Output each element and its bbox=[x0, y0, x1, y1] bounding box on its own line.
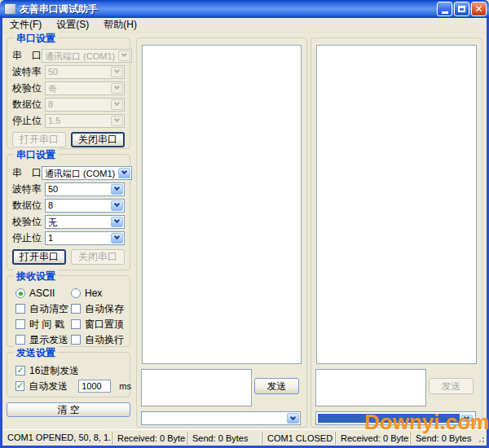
port1-stopbits-label: 停止位 bbox=[12, 114, 45, 128]
window-title: 友善串口调试助手 bbox=[20, 2, 437, 16]
port2-databits-label: 数据位 bbox=[12, 199, 45, 213]
checkbox-icon: ✓ bbox=[71, 335, 81, 345]
checkbox-icon: ✓ bbox=[71, 304, 81, 314]
port2-parity-value: 无 bbox=[46, 216, 110, 228]
maximize-icon bbox=[458, 6, 465, 12]
ascii-radio-label: ASCII bbox=[29, 288, 55, 299]
port1-settings-group: 串口设置 串 口 通讯端口 (COM1) 波特率 50 bbox=[7, 37, 130, 149]
port2-baud-label: 波特率 bbox=[12, 182, 45, 196]
panel1-history-select[interactable] bbox=[141, 411, 301, 425]
chevron-down-icon[interactable] bbox=[111, 233, 123, 244]
port2-databits-select[interactable]: 8 bbox=[45, 199, 125, 213]
receive-group-title: 接收设置 bbox=[14, 270, 58, 283]
menubar: 文件(F) 设置(S) 帮助(H) bbox=[2, 18, 487, 33]
main-content: 串口设置 串 口 通讯端口 (COM1) 波特率 50 bbox=[2, 33, 487, 429]
port2-baud-select[interactable]: 50 bbox=[45, 182, 125, 196]
close-icon: ✕ bbox=[474, 4, 482, 14]
panel2-history-select[interactable] bbox=[315, 411, 476, 425]
panel2-send-button[interactable]: 发送 bbox=[429, 378, 474, 394]
menu-settings[interactable]: 设置(S) bbox=[49, 17, 96, 33]
port2-com-select[interactable]: 通讯端口 (COM1) bbox=[42, 166, 132, 180]
status-port2-received: Received: 0 Bytes bbox=[335, 432, 410, 445]
port2-databits-row: 数据位 8 bbox=[12, 199, 125, 212]
port2-open-button[interactable]: 打开串口 bbox=[12, 249, 66, 265]
auto-newline-label: 自动换行 bbox=[85, 333, 124, 347]
hex-send-checkbox[interactable]: ✓ 16进制发送 bbox=[15, 365, 126, 376]
port1-stopbits-select[interactable]: 1.5 bbox=[45, 114, 125, 128]
port1-group-title: 串口设置 bbox=[14, 32, 58, 46]
port1-stopbits-value: 1.5 bbox=[46, 115, 110, 127]
always-on-top-checkbox[interactable]: ✓ 窗口置顶 bbox=[71, 318, 126, 330]
auto-send-label: 自动发送 bbox=[29, 380, 68, 393]
port2-stopbits-select[interactable]: 1 bbox=[45, 231, 125, 245]
send-settings-group: 发送设置 ✓ 16进制发送 ✓ 自动发送 ms bbox=[7, 352, 130, 397]
auto-send-checkbox[interactable]: ✓ bbox=[15, 381, 24, 391]
menu-help[interactable]: 帮助(H) bbox=[96, 17, 144, 33]
status-port2-send: Send: 0 Bytes bbox=[410, 432, 474, 445]
timestamp-checkbox[interactable]: ✓ 时 间 戳 bbox=[15, 318, 71, 330]
port2-close-button[interactable]: 关闭串口 bbox=[71, 249, 125, 265]
panel2-receive-area[interactable] bbox=[316, 45, 477, 364]
minimize-icon bbox=[442, 11, 448, 14]
chevron-down-icon[interactable] bbox=[118, 168, 130, 178]
app-window: 友善串口调试助手 ✕ 文件(F) 设置(S) 帮助(H) 串口设置 串 口 通讯… bbox=[0, 0, 489, 448]
status-port1-send: Send: 0 Bytes bbox=[187, 432, 262, 445]
statusbar: COM1 OPENED, 50, 8, 1.5, 奇 Received: 0 B… bbox=[2, 429, 487, 446]
maximize-button[interactable] bbox=[454, 2, 469, 16]
chevron-down-icon[interactable] bbox=[111, 217, 123, 227]
hex-radio[interactable]: Hex bbox=[71, 288, 126, 299]
chevron-down-icon[interactable] bbox=[460, 415, 473, 422]
chevron-down-icon[interactable] bbox=[111, 67, 123, 77]
panel1-receive-area[interactable] bbox=[142, 45, 302, 364]
ascii-radio[interactable]: ASCII bbox=[15, 288, 71, 299]
auto-save-label: 自动保存 bbox=[85, 302, 124, 316]
port2-com-label: 串 口 bbox=[12, 166, 42, 180]
port2-parity-select[interactable]: 无 bbox=[45, 215, 125, 229]
port1-databits-select[interactable]: 8 bbox=[45, 98, 125, 112]
chevron-down-icon[interactable] bbox=[111, 184, 123, 195]
port1-parity-label: 校验位 bbox=[12, 81, 45, 95]
auto-clear-checkbox[interactable]: ✓ 自动清空 bbox=[15, 303, 71, 314]
port1-com-select[interactable]: 通讯端口 (COM1) bbox=[42, 49, 132, 63]
clear-button[interactable]: 清 空 bbox=[7, 402, 130, 417]
chevron-down-icon[interactable] bbox=[111, 83, 123, 94]
auto-newline-checkbox[interactable]: ✓ 自动换行 bbox=[71, 334, 126, 345]
chevron-down-icon[interactable] bbox=[118, 51, 130, 61]
port1-close-button[interactable]: 关闭串口 bbox=[71, 132, 125, 147]
port2-databits-value: 8 bbox=[46, 200, 110, 212]
resize-grip-icon[interactable] bbox=[475, 433, 485, 443]
auto-save-checkbox[interactable]: ✓ 自动保存 bbox=[71, 303, 126, 314]
status-port1: COM1 OPENED, 50, 8, 1.5, 奇 bbox=[2, 432, 112, 445]
minimize-button[interactable] bbox=[437, 2, 452, 16]
radio-icon bbox=[15, 288, 25, 298]
chevron-down-icon[interactable] bbox=[111, 116, 123, 126]
port1-databits-label: 数据位 bbox=[12, 98, 45, 112]
chevron-down-icon[interactable] bbox=[111, 200, 123, 211]
show-send-label: 显示发送 bbox=[29, 333, 68, 347]
titlebar[interactable]: 友善串口调试助手 ✕ bbox=[0, 0, 489, 18]
hex-send-label: 16进制发送 bbox=[29, 364, 79, 378]
menu-file[interactable]: 文件(F) bbox=[2, 17, 49, 33]
send-group-title: 发送设置 bbox=[14, 346, 58, 360]
panel1-send-button[interactable]: 发送 bbox=[254, 378, 299, 394]
port2-parity-row: 校验位 无 bbox=[12, 215, 125, 228]
port1-baud-label: 波特率 bbox=[12, 65, 45, 79]
port1-com-value: 通讯端口 (COM1) bbox=[42, 50, 117, 62]
chevron-down-icon[interactable] bbox=[111, 99, 123, 110]
port1-parity-select[interactable]: 奇 bbox=[45, 81, 125, 95]
port2-stopbits-label: 停止位 bbox=[12, 231, 45, 245]
port2-buttons: 打开串口 关闭串口 bbox=[12, 249, 125, 265]
close-button[interactable]: ✕ bbox=[471, 2, 487, 16]
panel2-send-input[interactable] bbox=[315, 369, 426, 406]
checkbox-icon: ✓ bbox=[15, 366, 25, 376]
port1-com-row: 串 口 通讯端口 (COM1) bbox=[12, 49, 125, 62]
show-send-checkbox[interactable]: ✓ 显示发送 bbox=[15, 334, 71, 345]
chevron-down-icon[interactable] bbox=[287, 413, 299, 424]
port1-open-button[interactable]: 打开串口 bbox=[12, 132, 66, 147]
panel1-send-input[interactable] bbox=[141, 369, 252, 406]
port2-baud-value: 50 bbox=[46, 183, 110, 195]
checkbox-icon: ✓ bbox=[71, 319, 81, 329]
port1-baud-select[interactable]: 50 bbox=[45, 65, 125, 79]
panel1-history-value bbox=[142, 412, 286, 424]
auto-send-interval-input[interactable] bbox=[78, 380, 111, 393]
